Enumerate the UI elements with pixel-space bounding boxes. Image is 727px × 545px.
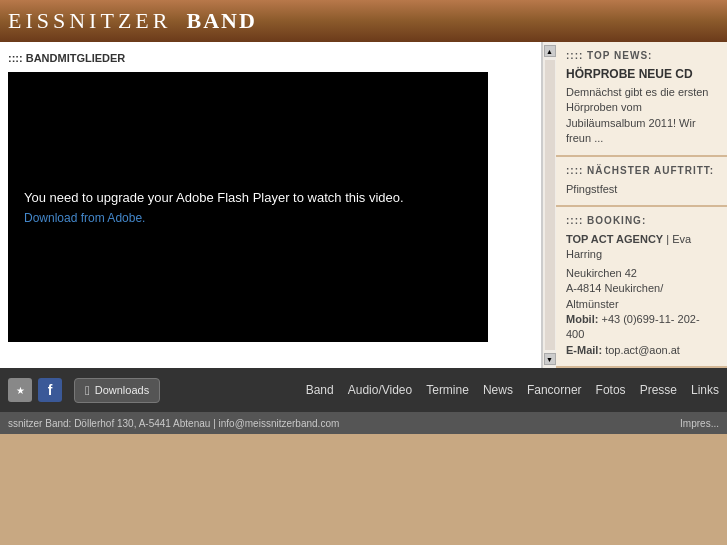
nav-termine[interactable]: Termine [426,383,469,397]
footer-bar: ssnitzer Band: Döllerhof 130, A-5441 Abt… [0,412,727,434]
booking-address2: A-4814 Neukirchen/ Altmünster [566,281,717,312]
booking-email: E-Mail: top.act@aon.at [566,343,717,358]
rss-icon[interactable]: ★ [8,378,32,402]
booking-email-value: top.act@aon.at [605,344,680,356]
impressum-link[interactable]: Impres... [680,418,719,429]
next-show-panel: :::: NÄCHSTER AUFTRITT: Pfingstfest [556,157,727,207]
top-news-body: Demnächst gibt es die ersten Hörproben v… [566,85,717,147]
download-adobe-link[interactable]: Download from Adobe. [24,211,472,225]
site-title: EISSNITZER BAND [8,8,257,34]
booking-mobile-label: Mobil: [566,313,598,325]
facebook-icon[interactable]: f [38,378,62,402]
video-area: You need to upgrade your Adobe Flash Pla… [8,72,488,342]
sidebar-inner: ▲ ▼ :::: TOP NEWS: HÖRPROBE NEUE CD Demn… [542,42,727,368]
scroll-track [545,60,555,350]
scroll-area: ▲ ▼ [542,42,556,368]
downloads-label: Downloads [95,384,149,396]
bandmitglieder-title: :::: BANDMITGLIEDER [8,52,533,64]
nav-fancorner[interactable]: Fancorner [527,383,582,397]
nav-band[interactable]: Band [306,383,334,397]
booking-address1: Neukirchen 42 [566,266,717,281]
nav-presse[interactable]: Presse [640,383,677,397]
nav-links: Band Audio/Video Termine News Fancorner … [160,383,719,397]
top-news-label: :::: TOP NEWS: [566,50,717,61]
booking-email-label: E-Mail: [566,344,602,356]
booking-company: TOP ACT AGENCY | Eva Harring [566,232,717,263]
booking-company-name: TOP ACT AGENCY [566,233,663,245]
apple-icon:  [85,383,90,398]
footer-text: ssnitzer Band: Döllerhof 130, A-5441 Abt… [8,418,339,429]
booking-label: :::: BOOKING: [566,215,717,226]
booking-mobile: Mobil: +43 (0)699-11- 202- 400 [566,312,717,343]
nav-fotos[interactable]: Fotos [596,383,626,397]
scroll-down-button[interactable]: ▼ [544,353,556,365]
next-show-value: Pfingstfest [566,182,717,197]
nav-news[interactable]: News [483,383,513,397]
scroll-up-button[interactable]: ▲ [544,45,556,57]
sidebar-panels: :::: TOP NEWS: HÖRPROBE NEUE CD Demnächs… [556,42,727,368]
main-wrapper: :::: BANDMITGLIEDER You need to upgrade … [0,42,727,368]
top-news-panel: :::: TOP NEWS: HÖRPROBE NEUE CD Demnächs… [556,42,727,157]
left-content: :::: BANDMITGLIEDER You need to upgrade … [0,42,542,368]
next-show-label: :::: NÄCHSTER AUFTRITT: [566,165,717,176]
nav-audiovideo[interactable]: Audio/Video [348,383,413,397]
site-title-bold: BAND [186,8,256,33]
social-icons: ★ f [8,378,62,402]
bottom-bar: ★ f  Downloads Band Audio/Video Termine… [0,368,727,412]
booking-panel: :::: BOOKING: TOP ACT AGENCY | Eva Harri… [556,207,727,368]
right-sidebar: ▲ ▼ :::: TOP NEWS: HÖRPROBE NEUE CD Demn… [542,42,727,368]
downloads-button[interactable]:  Downloads [74,378,160,403]
header: EISSNITZER BAND [0,0,727,42]
video-message: You need to upgrade your Adobe Flash Pla… [24,190,472,205]
site-title-thin: EISSNITZER [8,8,171,33]
top-news-title: HÖRPROBE NEUE CD [566,67,717,81]
nav-links[interactable]: Links [691,383,719,397]
